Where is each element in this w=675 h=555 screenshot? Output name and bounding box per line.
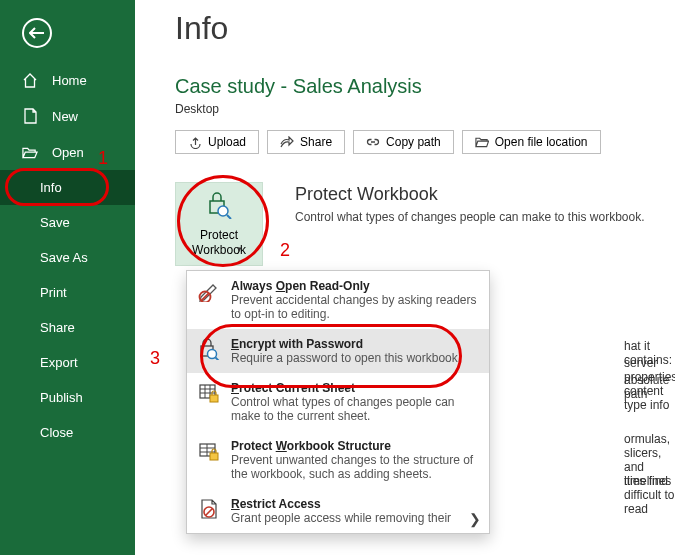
nav-label: Close (40, 425, 73, 440)
link-icon (366, 135, 380, 149)
nav-label: Publish (40, 390, 83, 405)
nav-label: Open (52, 145, 84, 160)
nav-label: Save (40, 215, 70, 230)
menu-desc: Prevent accidental changes by asking rea… (231, 293, 479, 321)
svg-rect-18 (210, 453, 218, 460)
nav-share[interactable]: Share (0, 310, 135, 345)
nav-print[interactable]: Print (0, 275, 135, 310)
document-location: Desktop (175, 102, 675, 116)
nav-open[interactable]: Open (0, 134, 135, 170)
nav-label: Home (52, 73, 87, 88)
chevron-down-icon: ▾ (237, 244, 242, 255)
menu-item-readonly[interactable]: Always Open Read-OnlyPrevent accidental … (187, 271, 489, 329)
nav-home[interactable]: Home (0, 62, 135, 98)
encrypt-icon (197, 337, 221, 361)
folder-icon (475, 135, 489, 149)
button-label: Open file location (495, 135, 588, 149)
menu-desc: Prevent unwanted changes to the structur… (231, 453, 479, 481)
behind-text: absolute path (624, 373, 675, 401)
page-title: Info (175, 10, 675, 47)
copy-path-button[interactable]: Copy path (353, 130, 454, 154)
button-label: Share (300, 135, 332, 149)
nav-label: New (52, 109, 78, 124)
protect-workbook-menu: Always Open Read-OnlyPrevent accidental … (186, 270, 490, 534)
protect-btn-line1: Protect (200, 228, 238, 242)
svg-line-7 (216, 358, 220, 361)
nav-label: Print (40, 285, 67, 300)
nav-label: Export (40, 355, 78, 370)
svg-line-20 (206, 509, 213, 516)
new-icon (22, 108, 38, 124)
open-icon (22, 144, 38, 160)
nav-save[interactable]: Save (0, 205, 135, 240)
menu-item-encrypt[interactable]: Encrypt with PasswordRequire a password … (187, 329, 489, 373)
svg-point-1 (218, 206, 228, 216)
svg-rect-13 (210, 395, 218, 402)
upload-icon (188, 135, 202, 149)
lock-magnify-icon (206, 191, 232, 222)
menu-desc: Control what types of changes people can… (231, 395, 479, 423)
protect-workbook-button[interactable]: ProtectWorkbook ▾ (175, 182, 263, 266)
share-icon (280, 135, 294, 149)
nav-saveas[interactable]: Save As (0, 240, 135, 275)
upload-button[interactable]: Upload (175, 130, 259, 154)
submenu-arrow-icon: ❯ (469, 511, 481, 527)
protect-structure-icon (197, 439, 221, 463)
back-button[interactable] (0, 0, 135, 48)
nav-close[interactable]: Close (0, 415, 135, 450)
nav-label: Share (40, 320, 75, 335)
menu-item-restrict-access[interactable]: Restrict AccessGrant people access while… (187, 489, 489, 533)
protect-section-title: Protect Workbook (295, 184, 438, 205)
menu-item-protect-structure[interactable]: Protect Workbook StructurePrevent unwant… (187, 431, 489, 489)
svg-point-6 (208, 350, 217, 359)
document-title: Case study - Sales Analysis (175, 75, 675, 98)
button-label: Upload (208, 135, 246, 149)
protect-section-desc: Control what types of changes people can… (295, 210, 645, 224)
button-label: Copy path (386, 135, 441, 149)
nav-export[interactable]: Export (0, 345, 135, 380)
back-arrow-icon (22, 18, 52, 48)
menu-item-protect-sheet[interactable]: Protect Current SheetControl what types … (187, 373, 489, 431)
menu-desc: Grant people access while removing their (231, 511, 451, 525)
readonly-icon (197, 279, 221, 303)
share-button[interactable]: Share (267, 130, 345, 154)
svg-line-2 (227, 215, 231, 219)
open-location-button[interactable]: Open file location (462, 130, 601, 154)
home-icon (22, 72, 38, 88)
menu-desc: Require a password to open this workbook… (231, 351, 461, 365)
nav-label: Info (40, 180, 62, 195)
nav-label: Save As (40, 250, 88, 265)
nav-publish[interactable]: Publish (0, 380, 135, 415)
behind-text: ities find difficult to read (624, 474, 675, 516)
protect-sheet-icon (197, 381, 221, 405)
nav-new[interactable]: New (0, 98, 135, 134)
restrict-icon (197, 497, 221, 521)
nav-info[interactable]: Info (0, 170, 135, 205)
